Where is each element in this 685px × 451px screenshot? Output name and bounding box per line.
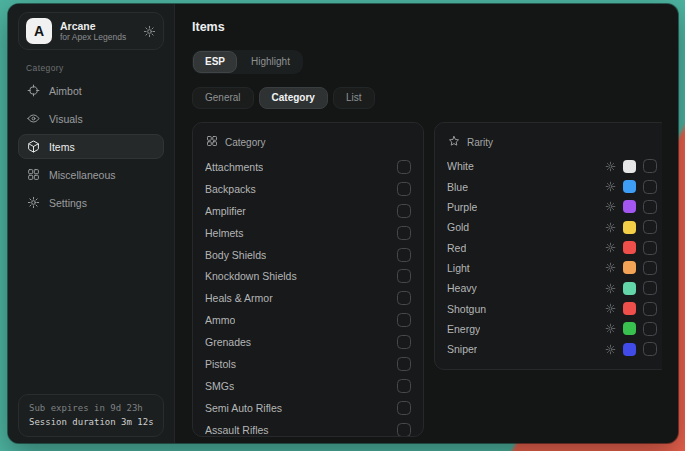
gear-icon[interactable] xyxy=(605,283,616,294)
rarity-row: Energy xyxy=(447,319,657,339)
category-checkbox[interactable] xyxy=(397,423,411,437)
color-swatch[interactable] xyxy=(623,282,636,295)
rarity-row: Sniper xyxy=(447,339,657,359)
rarity-checkbox[interactable] xyxy=(643,241,657,255)
category-label: Attachments xyxy=(205,161,263,173)
category-label: Backpacks xyxy=(205,183,256,195)
rarity-checkbox[interactable] xyxy=(643,342,657,356)
gear-icon[interactable] xyxy=(605,222,616,233)
gear-icon[interactable] xyxy=(143,25,156,38)
category-checkbox[interactable] xyxy=(397,313,411,327)
tab[interactable]: Category xyxy=(259,87,328,109)
sidebar-item-label: Items xyxy=(49,141,75,153)
rarity-controls xyxy=(605,342,657,356)
sidebar-section-label: Category xyxy=(26,63,156,73)
category-checkbox[interactable] xyxy=(397,335,411,349)
category-checkbox[interactable] xyxy=(397,379,411,393)
category-row: Grenades xyxy=(205,331,411,353)
mode-segment[interactable]: Highlight xyxy=(239,51,302,73)
color-swatch[interactable] xyxy=(623,160,636,173)
sidebar-item[interactable]: Items xyxy=(18,134,164,159)
gear-icon xyxy=(27,196,40,209)
rarity-label: Energy xyxy=(447,323,480,335)
category-checkbox[interactable] xyxy=(397,269,411,283)
category-checkbox[interactable] xyxy=(397,226,411,240)
category-row: Semi Auto Rifles xyxy=(205,397,411,419)
crosshair-icon xyxy=(27,84,40,97)
gear-icon[interactable] xyxy=(605,262,616,273)
sidebar-item[interactable]: Aimbot xyxy=(18,78,164,103)
color-swatch[interactable] xyxy=(623,343,636,356)
color-swatch[interactable] xyxy=(623,322,636,335)
gear-icon[interactable] xyxy=(605,181,616,192)
rarity-checkbox[interactable] xyxy=(643,302,657,316)
category-checkbox[interactable] xyxy=(397,160,411,174)
tab[interactable]: General xyxy=(192,87,254,109)
category-row: Ammo xyxy=(205,309,411,331)
esp-highlight-toggle: ESP Highlight xyxy=(192,50,303,74)
category-checkbox[interactable] xyxy=(397,401,411,415)
rarity-checkbox[interactable] xyxy=(643,220,657,234)
rarity-checkbox[interactable] xyxy=(643,322,657,336)
tab-bar: General Category List xyxy=(192,87,375,109)
rarity-label: Purple xyxy=(447,201,477,213)
gear-icon[interactable] xyxy=(605,323,616,334)
page-title: Items xyxy=(192,20,662,34)
session-duration-text: Session duration 3m 12s xyxy=(29,415,153,429)
rarity-label: Blue xyxy=(447,181,468,193)
app-window: A Arcane for Apex Legends Category Aimbo… xyxy=(8,4,678,443)
color-swatch[interactable] xyxy=(623,261,636,274)
panels-row: Category Attachments Backpacks xyxy=(192,122,662,437)
color-swatch[interactable] xyxy=(623,221,636,234)
rarity-row: Light xyxy=(447,258,657,278)
rarity-checkbox[interactable] xyxy=(643,159,657,173)
rarity-checkbox[interactable] xyxy=(643,281,657,295)
color-swatch[interactable] xyxy=(623,180,636,193)
gear-icon[interactable] xyxy=(605,161,616,172)
gear-icon[interactable] xyxy=(605,201,616,212)
gear-icon[interactable] xyxy=(605,344,616,355)
package-icon xyxy=(27,140,40,153)
sidebar-item-label: Miscellaneous xyxy=(49,169,116,181)
rarity-checkbox[interactable] xyxy=(643,261,657,275)
category-row: Body Shields xyxy=(205,244,411,266)
rarity-panel: Rarity White xyxy=(434,122,662,370)
category-checkbox[interactable] xyxy=(397,204,411,218)
eye-icon xyxy=(27,112,40,125)
sidebar-item[interactable]: Miscellaneous xyxy=(18,162,164,187)
sidebar: A Arcane for Apex Legends Category Aimbo… xyxy=(8,4,175,443)
rarity-checkbox[interactable] xyxy=(643,200,657,214)
rarity-label: Shotgun xyxy=(447,303,486,315)
rarity-row: Red xyxy=(447,237,657,257)
category-checkbox[interactable] xyxy=(397,357,411,371)
sidebar-item[interactable]: Settings xyxy=(18,190,164,215)
category-checkbox[interactable] xyxy=(397,182,411,196)
sub-expiry-text: Sub expires in 9d 23h xyxy=(29,401,153,415)
category-grid-icon xyxy=(206,135,218,149)
category-checkbox[interactable] xyxy=(397,291,411,305)
sidebar-item[interactable]: Visuals xyxy=(18,106,164,131)
color-swatch[interactable] xyxy=(623,241,636,254)
category-row: Backpacks xyxy=(205,178,411,200)
rarity-row: White xyxy=(447,156,657,176)
tab[interactable]: List xyxy=(333,87,375,109)
rarity-controls xyxy=(605,261,657,275)
category-label: Ammo xyxy=(205,314,235,326)
category-row: Attachments xyxy=(205,156,411,178)
mode-segment[interactable]: ESP xyxy=(193,51,237,73)
rarity-label: Heavy xyxy=(447,282,477,294)
category-panel: Category Attachments Backpacks xyxy=(192,122,424,437)
app-name: Arcane xyxy=(60,20,126,32)
gear-icon[interactable] xyxy=(605,303,616,314)
category-label: SMGs xyxy=(205,380,234,392)
gear-icon[interactable] xyxy=(605,242,616,253)
color-swatch[interactable] xyxy=(623,200,636,213)
rarity-checkbox[interactable] xyxy=(643,180,657,194)
category-checkbox[interactable] xyxy=(397,248,411,262)
category-label: Amplifier xyxy=(205,205,246,217)
category-label: Knockdown Shields xyxy=(205,270,297,282)
color-swatch[interactable] xyxy=(623,302,636,315)
category-label: Heals & Armor xyxy=(205,292,273,304)
rarity-panel-title: Rarity xyxy=(467,137,493,148)
sidebar-item-label: Visuals xyxy=(49,113,83,125)
